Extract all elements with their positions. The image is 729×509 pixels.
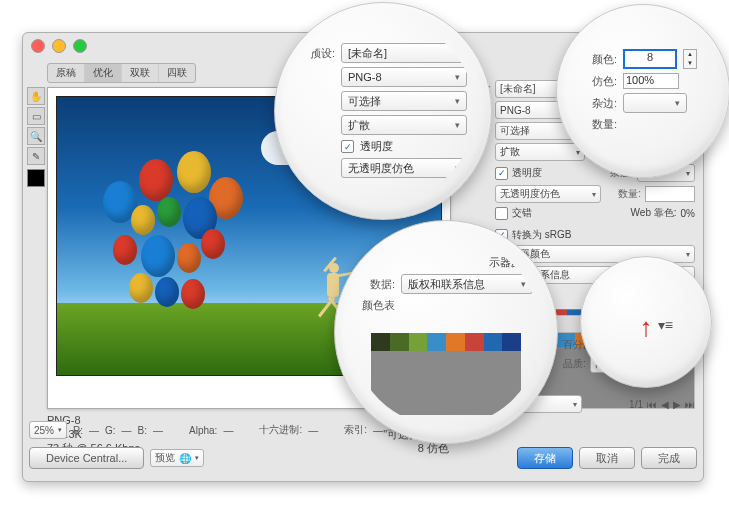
colors-field-zoom[interactable]: 8 bbox=[623, 49, 677, 69]
hand-tool-icon[interactable]: ✋ bbox=[27, 87, 45, 105]
transparency-checkbox[interactable] bbox=[495, 167, 508, 180]
tab-4up[interactable]: 四联 bbox=[159, 64, 195, 82]
done-button[interactable]: 完成 bbox=[641, 447, 697, 469]
tab-original[interactable]: 原稿 bbox=[48, 64, 85, 82]
frame-last-icon[interactable]: ⏭ bbox=[685, 399, 695, 410]
frame-prev-icon[interactable]: ◀ bbox=[661, 399, 669, 410]
zoom-tool-icon[interactable]: 🔍 bbox=[27, 127, 45, 145]
interlace-checkbox[interactable] bbox=[495, 207, 508, 220]
dither-select[interactable]: 扩散▾ bbox=[495, 143, 585, 161]
frame-first-icon[interactable]: ⏮ bbox=[647, 399, 657, 410]
flyout-menu-icon[interactable]: ▾≡ bbox=[658, 317, 673, 333]
preview-tabs: 原稿 优化 双联 四联 bbox=[47, 63, 196, 83]
trans-dither-select[interactable]: 无透明度仿色▾ bbox=[495, 185, 601, 203]
frame-next-icon[interactable]: ▶ bbox=[673, 399, 681, 410]
foreground-swatch[interactable] bbox=[27, 169, 45, 187]
zoom-select[interactable]: 25%▾ bbox=[29, 421, 67, 439]
zoom-callout-menu: ▾≡ ↑ bbox=[580, 256, 712, 388]
tab-optimized[interactable]: 优化 bbox=[85, 64, 122, 82]
tool-column: ✋ ▭ 🔍 ✎ bbox=[27, 87, 43, 187]
preview-browser-select[interactable]: 预览🌐▾ bbox=[150, 449, 204, 467]
globe-icon: 🌐 bbox=[179, 453, 191, 464]
footer: 25%▾ R:— G:— B:— Alpha:— 十六进制:— 索引:— Dev… bbox=[29, 419, 697, 475]
colors-stepper[interactable]: ▲▼ bbox=[683, 49, 697, 69]
balloons-graphic bbox=[93, 151, 273, 341]
tab-2up[interactable]: 双联 bbox=[122, 64, 159, 82]
zoom-callout-preset: 预设:[未命名]▾ PNG-8▾ 可选择▾ 扩散▾ 透明度 无透明度仿色▾ bbox=[274, 2, 492, 220]
transparency-checkbox-zoom[interactable] bbox=[341, 140, 354, 153]
amount-field[interactable] bbox=[645, 186, 695, 202]
dither-field-zoom[interactable]: 100% bbox=[623, 73, 679, 89]
cancel-button[interactable]: 取消 bbox=[579, 447, 635, 469]
slice-tool-icon[interactable]: ▭ bbox=[27, 107, 45, 125]
zoom-callout-colortable: 示器颜色 数据:版权和联系信息▾ 颜色表 bbox=[334, 220, 558, 444]
save-button[interactable]: 存储 bbox=[517, 447, 573, 469]
eyedropper-tool-icon[interactable]: ✎ bbox=[27, 147, 45, 165]
arrow-up-icon: ↑ bbox=[640, 312, 653, 343]
zoom-callout-colors: 颜色:8▲▼ 仿色:100% 杂边:▾ 数量: bbox=[556, 4, 729, 178]
device-central-button[interactable]: Device Central... bbox=[29, 447, 144, 469]
